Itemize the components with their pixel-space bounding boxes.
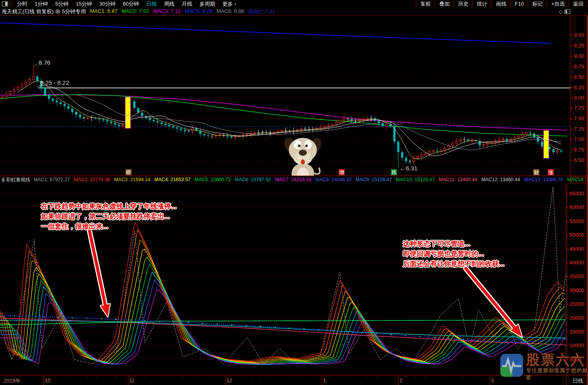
svg-text:65000: 65000	[569, 190, 584, 197]
axis-tick	[367, 375, 367, 377]
axis-tick	[444, 375, 444, 377]
volume-indicator-5: MAC5: 22800.72	[195, 177, 231, 182]
svg-text:9.25: 9.25	[574, 43, 584, 49]
annotation-advice-text: 这种形态下可尽管追... 即使回调亏损也是暂时的... 后面还会有让你意想不到的…	[403, 239, 504, 269]
window-icon[interactable]	[565, 9, 570, 14]
axis-tick	[19, 375, 20, 377]
axis-tick	[125, 375, 126, 377]
axis-tick	[560, 375, 560, 377]
price-indicator-3: MAC3: 7.12	[153, 8, 181, 15]
axis-tick	[386, 375, 387, 377]
price-indicator-1: MAC1: 6.87	[90, 8, 118, 15]
period-tab-月线[interactable]: 月线	[178, 0, 196, 8]
price-candlestick-chart[interactable]: 9.509.259.008.758.508.258.007.757.507.25…	[0, 15, 588, 176]
toolbar-buttons: 复权叠加历史统计画线F10标记+自选返回	[416, 0, 588, 8]
axis-tick	[405, 375, 406, 377]
month-gridline	[128, 375, 128, 385]
svg-text:财: 财	[534, 170, 539, 175]
date-label-1: 1	[323, 377, 326, 383]
axis-tick	[222, 375, 222, 377]
volume-indicator-7: MAC7: 24219.33	[275, 177, 311, 182]
svg-text:35000: 35000	[569, 273, 584, 279]
chevron-down-icon[interactable]: ⌄	[2, 177, 5, 182]
toolbar-button-返回[interactable]: 返回	[569, 1, 588, 7]
toolbar-button-复权[interactable]: 复权	[416, 1, 435, 7]
period-tab-周线[interactable]: 周线	[160, 0, 178, 8]
axis-tick	[261, 375, 261, 377]
period-tab-1分钟[interactable]: 1分钟	[31, 0, 51, 8]
price-indicator-values: MAC1: 6.87MAC2: 7.02MAC3: 7.12MAC5: 9.29…	[90, 8, 280, 15]
svg-text:50000: 50000	[569, 232, 584, 238]
toolbar-button-统计[interactable]: 统计	[473, 1, 491, 7]
axis-tick	[541, 375, 541, 377]
period-tab-日线[interactable]: 日线	[143, 0, 160, 8]
window-split-icon[interactable]	[2, 1, 8, 6]
volume-indicator-4: MAC4: 21653.57	[154, 177, 191, 182]
svg-text:55000: 55000	[569, 218, 584, 224]
svg-text:60000: 60000	[569, 204, 584, 210]
svg-text:8.00: 8.00	[574, 95, 584, 101]
dog-mascot-image	[283, 136, 323, 176]
svg-text:跌: 跌	[392, 170, 397, 175]
axis-tick	[193, 375, 193, 377]
svg-text:20000: 20000	[569, 315, 584, 321]
axis-tick	[338, 375, 338, 377]
price-indicator-5: MAC6: 6.88	[216, 8, 244, 15]
month-gridline	[225, 375, 226, 385]
date-axis[interactable]: 日线 2019年101112123	[0, 375, 588, 385]
price-indicator-6: 四382: 7.31	[248, 8, 275, 15]
svg-text:8.25 - 8.22: 8.25 - 8.22	[40, 79, 69, 86]
month-gridline	[322, 375, 322, 385]
axis-tick	[183, 375, 184, 377]
period-tab-30分钟[interactable]: 30分钟	[96, 0, 119, 8]
svg-text:←6.31: ←6.31	[400, 165, 417, 172]
volume-indicator-12: MAC12: 13460.44	[481, 177, 520, 182]
annotation-line: 如果你跟进了，第二天必须要挂跌停卖出...	[41, 211, 177, 221]
toolbar-button-叠加[interactable]: 叠加	[435, 1, 454, 7]
svg-text:25000: 25000	[569, 301, 584, 307]
trading-app-window: 分时1分钟5分钟15分钟30分钟60分钟日线周线月线多周期更多 › 复权叠加历史…	[0, 0, 588, 385]
axis-tick	[531, 375, 531, 377]
volume-indicator-11: MAC11: 13460.44	[439, 177, 477, 182]
chevron-down-icon[interactable]: ⌄	[55, 9, 60, 14]
svg-text:8.76: 8.76	[39, 59, 50, 66]
month-gridline	[398, 375, 399, 385]
toolbar-button-标记[interactable]: 标记	[528, 1, 547, 7]
menu-divider	[10, 1, 11, 7]
indicator-name[interactable]: 彩虹量能线	[6, 176, 31, 183]
toolbar-button-+自选[interactable]: +自选	[547, 1, 569, 7]
indicator-preset-label[interactable]: 5分钟专用	[62, 8, 86, 15]
axis-tick	[328, 375, 329, 377]
header-corner-icons: ◇	[559, 8, 570, 14]
period-tab-更多 ›[interactable]: 更多 ›	[219, 0, 240, 8]
period-tab-5分钟[interactable]: 5分钟	[51, 0, 72, 8]
price-indicator-2: MAC2: 7.02	[121, 8, 149, 15]
axis-divider	[566, 375, 567, 385]
svg-text:6.50: 6.50	[574, 157, 584, 163]
axis-tick	[270, 375, 271, 377]
toolbar-button-历史[interactable]: 历史	[454, 1, 473, 7]
menubar: 分时1分钟5分钟15分钟30分钟60分钟日线周线月线多周期更多 › 复权叠加历史…	[0, 0, 588, 8]
axis-tick	[290, 375, 290, 377]
volume-indicator-1: MAC1: 67972.27	[34, 177, 70, 182]
svg-text:15000: 15000	[569, 329, 584, 335]
period-tab-分时[interactable]: 分时	[13, 0, 31, 8]
price-pane-header: 海天精工(日线 前复权) ⌄ 5分钟专用 MAC1: 6.87MAC2: 7.0…	[0, 8, 588, 15]
date-label-3: 3	[491, 377, 494, 383]
toolbar-button-画线[interactable]: 画线	[491, 1, 510, 7]
period-tab-15分钟[interactable]: 15分钟	[72, 0, 95, 8]
period-tab-60分钟[interactable]: 60分钟	[119, 0, 142, 8]
axis-tick	[212, 375, 213, 377]
period-tab-多周期[interactable]: 多周期	[196, 0, 219, 8]
month-gridline	[43, 375, 44, 385]
axis-tick	[48, 375, 49, 377]
stock-title: 海天精工(日线 前复权)	[2, 8, 53, 15]
date-label-11: 11	[129, 377, 135, 383]
annotation-line: 即使回调亏损也是暂时的...	[403, 249, 504, 259]
diamond-icon[interactable]: ◇	[559, 8, 563, 14]
annotation-warning-text: 在下跌趋势中如果灰色虚线上穿了年线涨停... 如果你跟进了，第二天必须要挂跌停卖…	[41, 201, 177, 231]
volume-indicator-values: MAC1: 67972.27MAC2: 32774.36MAC3: 21594.…	[34, 177, 588, 182]
toolbar-button-F10[interactable]: F10	[510, 1, 528, 7]
axis-tick	[145, 375, 145, 377]
axis-tick	[241, 375, 242, 377]
